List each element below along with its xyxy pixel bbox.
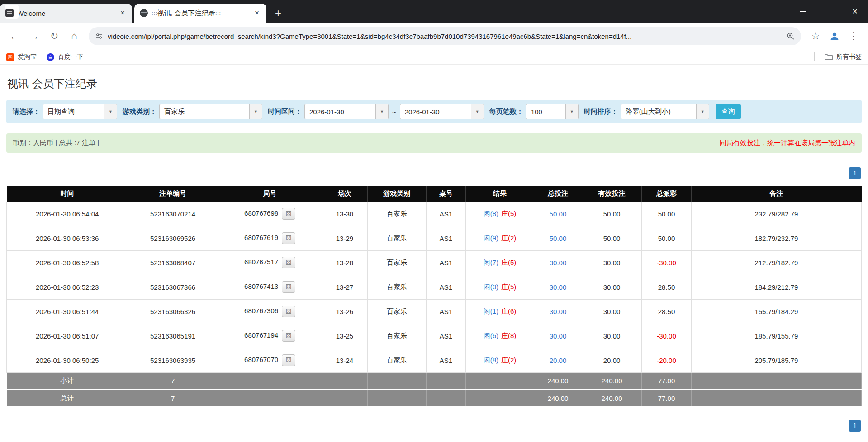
cell-total-bet[interactable]: 30.00 [534,250,582,275]
cell-payout: 50.00 [642,226,692,250]
reload-icon: ↻ [50,30,58,42]
round-detail-button[interactable]: ⚄ [282,232,295,244]
dropdown-button[interactable]: ▼ [375,104,388,119]
cell-time: 2026-01-30 06:51:44 [7,299,128,324]
round-detail-button[interactable]: ⚄ [282,330,295,342]
subtotal-label: 小计 [7,372,128,390]
cell-time: 2026-01-30 06:52:58 [7,250,128,275]
taobao-icon: 淘 [6,53,14,61]
cell-result: 闲(6)庄(8) [465,324,534,348]
all-bookmarks-button[interactable]: 所有书签 [825,53,862,61]
tab-bet-record[interactable]: :::视讯, 会员下注纪录::: × [134,4,266,23]
result-player: 闲(8) [484,210,498,217]
new-tab-button[interactable]: + [270,5,286,21]
cell-game-type: 百家乐 [367,202,426,226]
col-payout: 总派彩 [642,186,692,202]
cell-note: 184.29/212.79 [691,275,861,299]
cell-result: 闲(9)庄(2) [465,226,534,250]
game-type-select[interactable]: 百家乐 ▼ [159,104,262,119]
dropdown-button[interactable]: ▼ [249,104,262,119]
dropdown-button[interactable]: ▼ [565,104,578,119]
minimize-button[interactable] [789,0,816,23]
zoom-icon[interactable] [787,32,795,40]
dropdown-button[interactable]: ▼ [104,104,117,119]
tab-close-icon[interactable]: × [252,8,262,18]
maximize-button[interactable] [816,0,842,23]
cell-total-bet[interactable]: 30.00 [534,275,582,299]
url-input[interactable]: videoie.com/ipl/portal.php/game/betrecor… [89,27,801,45]
cell-total-bet[interactable]: 20.00 [534,348,582,372]
back-button[interactable]: ← [5,27,24,45]
search-button[interactable]: 查询 [716,104,741,119]
round-detail-button[interactable]: ⚄ [282,306,295,317]
bookmark-aitaobao[interactable]: 淘 爱淘宝 [6,53,37,61]
browser-menu-button[interactable]: ⋮ [844,27,863,45]
page-title: 视讯 会员下注纪录 [7,76,862,91]
cell-bet-id: 523163070214 [128,202,218,226]
cell-total-bet[interactable]: 30.00 [534,299,582,324]
cell-note: 182.79/232.79 [691,226,861,250]
table-row: 2026-01-30 06:52:23 523163067366 6807674… [7,275,862,299]
cell-valid-bet: 30.00 [582,275,641,299]
cell-round-id: 680767619⚄ [218,226,322,250]
cell-table-no: AS1 [426,275,465,299]
cell-total-bet[interactable]: 50.00 [534,202,582,226]
round-detail-button[interactable]: ⚄ [282,281,295,293]
home-button[interactable]: ⌂ [65,27,83,45]
dice-icon: ⚄ [286,283,292,291]
cell-table-no: AS1 [426,226,465,250]
date-to-input[interactable]: 2026-01-30 ▼ [400,104,484,119]
sort-value: 降幂(由大到小) [621,104,696,119]
cell-session: 13-28 [322,250,367,275]
reload-button[interactable]: ↻ [45,27,63,45]
page-favicon-icon [5,9,14,17]
browser-toolbar: ← → ↻ ⌂ videoie.com/ipl/portal.php/game/… [0,23,868,50]
cell-total-bet[interactable]: 30.00 [534,324,582,348]
cell-round-id: 680767306⚄ [218,299,322,324]
cell-result: 闲(1)庄(6) [465,299,534,324]
round-id-text: 680767619 [244,234,278,241]
cell-bet-id: 523163063935 [128,348,218,372]
round-detail-button[interactable]: ⚄ [282,208,295,220]
dropdown-button[interactable]: ▼ [696,104,709,119]
window-controls: × [789,0,868,23]
tab-close-icon[interactable]: × [118,8,128,18]
cell-game-type: 百家乐 [367,348,426,372]
result-banker: 庄(2) [501,356,516,364]
result-player: 闲(0) [484,283,498,291]
col-total-bet: 总投注 [534,186,582,202]
bookmark-star-button[interactable]: ☆ [806,27,825,45]
date-from-input[interactable]: 2026-01-30 ▼ [304,104,389,119]
result-player: 闲(1) [484,307,498,315]
total-total-bet: 240.00 [534,390,582,407]
subtotal-total-bet: 240.00 [534,372,582,390]
site-settings-icon[interactable] [95,32,103,40]
tilde-separator: ~ [392,108,396,116]
query-mode-select[interactable]: 日期查询 ▼ [43,104,117,119]
cell-total-bet[interactable]: 50.00 [534,226,582,250]
page-1-button[interactable]: 1 [849,420,861,432]
game-type-value: 百家乐 [160,104,249,119]
profile-avatar[interactable] [826,28,843,44]
minimize-icon [800,11,806,12]
dice-icon: ⚄ [286,332,292,340]
bookmark-baidu[interactable]: 百 百度一下 [47,53,83,61]
close-window-button[interactable]: × [842,0,868,23]
round-detail-button[interactable]: ⚄ [282,257,295,268]
close-icon: × [852,6,858,17]
forward-button[interactable]: → [25,27,43,45]
col-valid-bet: 有效投注 [582,186,641,202]
tab-title: :::视讯, 会员下注纪录::: [152,9,248,18]
cell-session: 13-27 [322,275,367,299]
page-1-button[interactable]: 1 [849,167,861,179]
sort-select[interactable]: 降幂(由大到小) ▼ [621,104,709,119]
round-detail-button[interactable]: ⚄ [282,354,295,366]
cell-result: 闲(0)庄(5) [465,275,534,299]
total-row: 总计 7 240.00 240.00 77.00 [7,390,862,407]
dropdown-button[interactable]: ▼ [471,104,484,119]
tab-welcome[interactable]: Welcome × [0,4,132,23]
cell-bet-id: 523163069526 [128,226,218,250]
per-page-select[interactable]: 100 ▼ [526,104,579,119]
cell-valid-bet: 50.00 [582,202,641,226]
tab-strip: ∨ Welcome × :::视讯, 会员下注纪录::: × + × [0,0,868,23]
